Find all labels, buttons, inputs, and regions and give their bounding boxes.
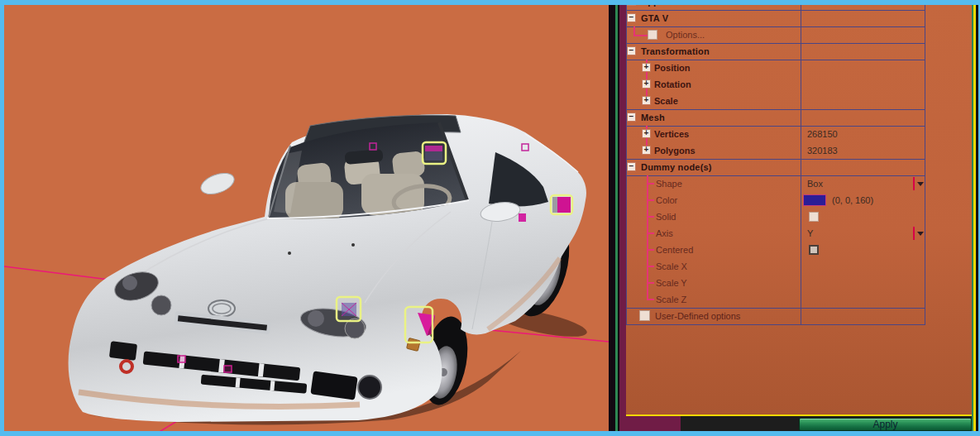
row-label: Centered [656,242,693,258]
splitter-green-line [615,5,618,431]
row-position[interactable]: + Position [626,60,925,76]
expand-icon[interactable]: + [642,129,651,138]
tiny-dummy-marker [224,366,232,372]
row-gtav[interactable]: − GTA V [626,10,925,26]
row-label: GTA V [641,10,668,26]
row-label: Transformation [641,43,710,60]
row-label: Mesh [641,109,665,126]
row-mesh[interactable]: − Mesh [626,109,925,126]
row-label: Scale Z [656,291,686,308]
bottom-maroon-block [626,416,681,431]
color-value: (0, 0, 160) [832,192,873,208]
splitter-maroon-strip [619,5,626,431]
panel-border-strips [972,5,978,431]
row-label: Dummy node(s) [641,159,712,175]
row-label: Vertices [654,126,689,142]
shape-value[interactable]: Box [807,175,823,192]
dropdown-arrow-icon[interactable] [917,232,924,236]
expand-icon[interactable]: + [642,146,651,155]
solid-checkbox[interactable] [809,212,819,222]
viewport-3d[interactable] [4,5,609,431]
apply-button-label: Apply [872,419,897,430]
collapse-icon[interactable]: − [627,113,636,122]
collapse-icon[interactable]: − [627,46,636,55]
apply-button[interactable]: Apply [799,418,972,431]
expand-icon[interactable]: + [642,63,651,72]
row-shape[interactable]: Shape Box [626,175,925,192]
color-swatch[interactable] [803,194,826,206]
collapse-icon[interactable]: − [627,13,636,22]
row-label: Scale [654,93,678,109]
row-label: Options... [666,26,705,43]
row-label: Scale X [656,258,687,275]
tiny-dummy-marker [519,213,526,222]
row-transformation[interactable]: − Transformation [626,43,925,60]
dropdown-arrow-icon[interactable] [917,182,924,186]
windshield [267,122,469,220]
tiny-dummy-marker [178,356,185,362]
row-scale-z[interactable]: Scale Z [626,291,925,308]
properties-table: − Appearance − GTA V Options... − Transf… [626,5,925,414]
expand-icon[interactable]: + [642,79,651,89]
row-axis[interactable]: Axis Y [626,225,925,242]
expand-icon[interactable]: + [642,96,651,105]
tree-tick [647,232,654,234]
properties-panel: − Appearance − GTA V Options... − Transf… [626,5,972,416]
dropdown-divider [913,227,915,240]
row-solid[interactable]: Solid [626,208,925,225]
left-mirror [198,169,237,198]
tree-tick [647,266,654,267]
collapse-icon[interactable]: − [627,5,636,6]
vertices-value: 268150 [807,126,838,142]
application-window: − Appearance − GTA V Options... − Transf… [0,0,980,436]
car-3d-render [4,5,609,431]
window-splitter[interactable] [609,5,626,431]
dropdown-divider [913,177,915,190]
tree-tick [647,183,654,184]
row-label: Position [654,60,690,76]
tree-tick [647,216,654,218]
axis-value[interactable]: Y [807,225,813,242]
tree-tick [647,199,654,201]
row-rotation[interactable]: + Rotation [626,76,925,93]
row-label: Color [656,192,677,208]
row-label: Shape [656,175,682,192]
row-polygons[interactable]: + Polygons 320183 [626,142,925,159]
row-label: Solid [656,208,676,225]
tree-tick [647,249,654,251]
row-dummy-nodes[interactable]: − Dummy node(s) [626,159,925,175]
tree-tick [647,299,654,300]
row-label: Rotation [654,76,691,93]
row-scale-x[interactable]: Scale X [626,258,925,275]
row-centered[interactable]: Centered [626,242,925,258]
row-label: Scale Y [656,275,687,291]
row-label: Axis [656,225,673,242]
row-scale-y[interactable]: Scale Y [626,275,925,291]
row-options[interactable]: Options... [626,26,925,43]
tree-tick [647,282,654,284]
user-defined-options-checkbox[interactable] [639,310,650,321]
row-color[interactable]: Color (0, 0, 160) [626,192,925,208]
centered-checkbox[interactable] [809,245,819,255]
row-vertices[interactable]: + Vertices 268150 [626,126,925,142]
options-checkbox[interactable] [648,30,657,40]
bottom-bar: Apply [626,416,972,431]
row-user-defined-options[interactable]: User-Defined options [626,308,925,324]
polygons-value: 320183 [807,142,838,159]
row-label: User-Defined options [655,308,740,324]
collapse-icon[interactable]: − [627,162,636,171]
row-scale[interactable]: + Scale [626,93,925,109]
row-label: Polygons [654,142,696,159]
